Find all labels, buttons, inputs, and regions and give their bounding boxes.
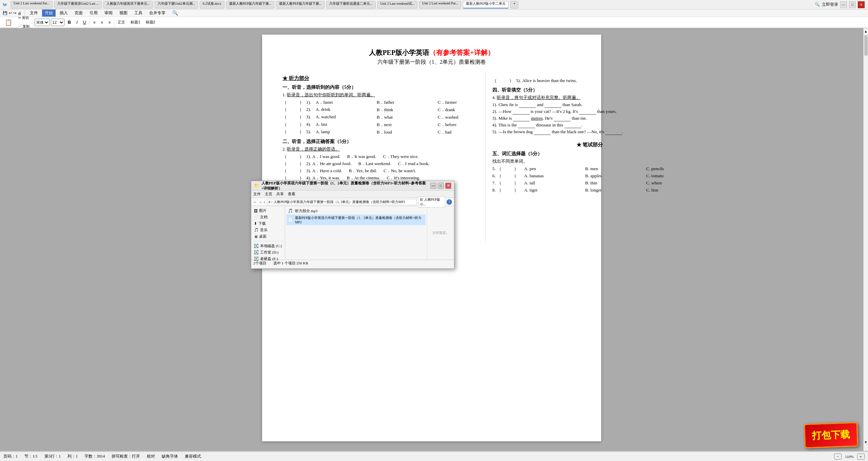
s5-title: 五、词汇选择题（5分） [492,151,687,157]
q2-row-1: （ ） 1). A．I was good. B．It was good. C．T… [282,154,478,160]
menu-view[interactable]: 视图 [117,9,130,17]
fe-help-btn[interactable]: ? [447,199,452,205]
q2-row-4: （ ） 4). A．Yes, it was. B．At the cinema. … [282,175,478,181]
fe-titlebar: 📁 人教PEP版小学英语六年级下册第一阶段（1、2单元）质量检测卷（含听力MP3… [251,181,454,191]
s4-instruction: 4. 听录音，将句子或对话补充完整。听两遍。 [492,95,687,101]
scroll-up-btn[interactable]: ▲ [864,28,868,35]
align-right-btn[interactable]: ≡ [106,18,113,26]
doc-title-highlight: （有参考答案+详解） [429,49,494,56]
align-center-btn[interactable]: ≡ [99,18,105,26]
fe-tab-share[interactable]: 共享 [276,192,284,197]
fe-minimize-btn[interactable]: — [430,183,436,189]
tab-9[interactable]: Unit 2 Last weekend试... [377,1,418,8]
fe-file-doc[interactable]: 📄 最新PEP版小学英语六年级下册第一阶段（1、2单元）质量检测卷（含听力材料+… [287,215,426,225]
bold-btn[interactable]: B [66,18,73,26]
fe-path-bar[interactable]: 4 > 人教PEP版小学英语六年级下册第一阶段（1, 2单元）质量检测卷（含听力… [267,199,417,205]
menu-merge[interactable]: 合并专享 [146,9,168,17]
s4-title: 四、听音填空（5分） [492,87,687,93]
menu-review[interactable]: 审阅 [102,9,115,17]
menu-home[interactable]: 开始 [42,9,56,17]
fe-sidebar-docs[interactable]: 📄文档 [253,214,283,220]
s2-instruction: 2. 听录音，选择正确的答语。 [282,146,478,152]
account-icon[interactable]: 立即登录 [822,2,838,7]
tab-5[interactable]: 6.2试卷.docx [200,1,224,8]
right-column: （ ）5).Alice is heavier than the twins. 四… [486,71,687,242]
fe-forward-btn[interactable]: → [258,200,262,204]
tab-2[interactable]: 六年级下册英语Unit2 Last ... [54,1,102,8]
fe-back-btn[interactable]: ← [253,200,257,204]
fe-up-btn[interactable]: ↑ [263,200,265,204]
font-size-select[interactable]: 12 [51,19,64,26]
tab-1[interactable]: Unit 2 Last weekend Par... [11,1,53,8]
s5-instruction: 找出不同类单词。 [492,158,687,164]
status-mode: 兼容模式 [185,454,201,459]
style-h2-btn[interactable]: 标题2 [144,18,157,26]
tab-4[interactable]: 六年级下册Unit2单元测... [155,1,198,8]
maximize-btn[interactable]: □ [849,1,856,8]
fe-maximize-btn[interactable]: □ [438,183,444,189]
style-h1-btn[interactable]: 标题1 [129,18,142,26]
search-input-area[interactable]: 🔍 [172,10,178,16]
tab-8[interactable]: 六年级下册听说通道二单元... [326,1,376,8]
fe-sidebar-c-drive[interactable]: 💽本地磁盘 (C:) [253,243,283,249]
fe-sidebar-pictures[interactable]: 🖼图片 [253,207,283,214]
fe-sidebar-downloads[interactable]: ⬇下载 [253,220,283,227]
fe-main: 🖼图片 📄文档 ⬇下载 🎵音乐 🖥桌面 💽本地磁盘 (C:) 💽工作室 (D:)… [251,206,454,260]
zoom-out-btn[interactable]: − [834,454,842,460]
fe-tab-home[interactable]: 主页 [265,192,272,197]
opt-c: C．farmer [438,99,478,105]
status-page: 页码：1 [3,454,18,459]
menu-page[interactable]: 页面 [72,9,85,17]
status-font: 缺角字体 [162,454,178,459]
space [289,100,299,105]
bracket2: ） [299,99,306,105]
fe-sidebar-music[interactable]: 🎵音乐 [253,227,283,233]
fe-file-audio[interactable]: 🎵 听力部分.mp3 [287,207,426,215]
new-tab-btn[interactable]: + [510,1,518,8]
italic-btn[interactable]: I [74,18,80,26]
zoom-level: 110% [845,455,853,459]
fe-item-count: 2个项目 [253,261,267,266]
audio-file-icon: 🎵 [288,208,293,214]
fe-tab-view[interactable]: 查看 [288,192,295,197]
status-align: 校对 [147,454,155,459]
scrollbar[interactable]: ▲ ▼ [863,28,868,451]
q1-row-3: （ ） 3). A. watched B．what C．washed [282,114,478,120]
fe-doc-filename: 最新PEP版小学英语六年级下册第一阶段（1、2单元）质量检测卷（含听力材料+听力… [295,216,424,224]
tab-10[interactable]: Unit 2 Last weekend Par... [419,1,461,8]
cut-btn[interactable]: ✂ 剪切 [16,14,32,22]
paste-btn[interactable]: 📋 [3,18,14,26]
fe-sidebar-desktop[interactable]: 🖥桌面 [253,233,283,240]
fe-content: 🎵 听力部分.mp3 📄 最新PEP版小学英语六年级下册第一阶段（1、2单元）质… [285,206,427,260]
minimize-btn[interactable]: — [840,1,847,8]
search-icon[interactable]: 🔍 [815,2,820,7]
undo-icon[interactable]: ↩ [9,11,12,15]
align-left-btn[interactable]: ≡ [91,18,97,26]
sep3 [114,18,114,26]
quick-save-icon[interactable]: 💾 [3,11,7,15]
scroll-down-btn[interactable]: ▼ [864,440,868,444]
fe-close-btn[interactable]: ✕ [445,183,451,189]
fe-sidebar-d-drive[interactable]: 💽工作室 (D:) [253,249,283,256]
font-family-select[interactable]: 宋体 [35,19,50,26]
copy-btn[interactable]: 📄 复制 [16,22,32,31]
underline-btn[interactable]: U [81,18,88,26]
menu-tools[interactable]: 工具 [132,9,145,17]
tab-11-active[interactable]: 最新人教PEP版小学二单元 [463,1,509,8]
zoom-in-btn[interactable]: + [857,454,865,460]
menu-insert[interactable]: 插入 [57,9,71,17]
menu-ref[interactable]: 引用 [87,9,100,17]
pictures-icon: 🖼 [254,209,258,213]
scroll-thumb[interactable] [864,35,868,56]
style-normal-btn[interactable]: 正文 [116,18,127,26]
download-badge[interactable]: 打包下载 [804,422,858,448]
tab-3[interactable]: 人教版六年级英语下册单元... [103,1,153,8]
close-btn[interactable]: ✕ [858,1,865,8]
fe-search-bar[interactable]: 在 人教PEP版小... [418,197,445,207]
tab-6[interactable]: 最新人教PEP版六年级下册... [226,1,275,8]
menu-bar: 💾 ↩ ↪ 🖨 文件 开始 插入 页面 引用 审阅 视图 工具 合并专享 🔍 [0,9,868,17]
sep1 [33,18,33,26]
tab-7[interactable]: 最新人教PEP版六年级下册... [276,1,324,8]
taskbar: W Unit 2 Last weekend Par... 六年级下册英语Unit… [0,0,868,9]
fe-tab-file[interactable]: 文件 [253,192,261,197]
